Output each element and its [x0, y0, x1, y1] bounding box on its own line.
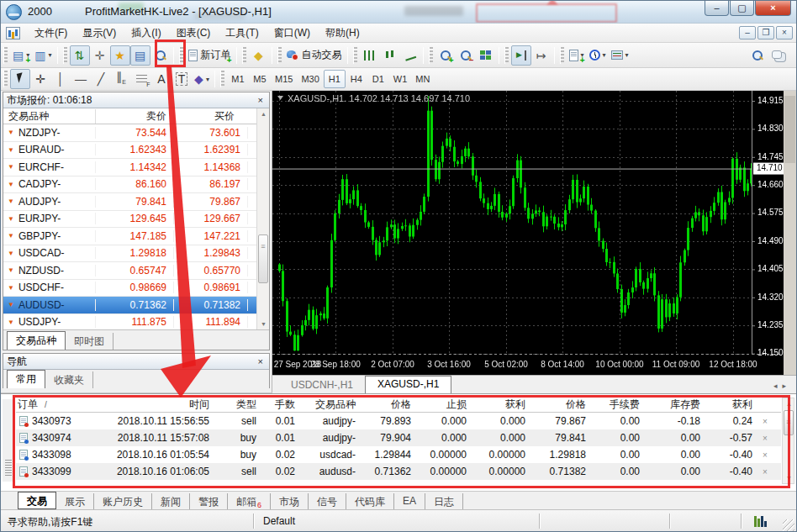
menu-item-文件[interactable]: 文件(F): [27, 24, 75, 43]
templates-dropdown-icon[interactable]: ▾: [625, 51, 629, 59]
toolbar-grip[interactable]: [63, 47, 67, 64]
child-close-button[interactable]: ×: [776, 26, 793, 40]
equidistant-channel-button[interactable]: ∥E: [111, 69, 131, 89]
close-button[interactable]: ×: [755, 1, 791, 16]
search-button[interactable]: [747, 45, 768, 66]
market-watch-scrollbar[interactable]: ▲ ▼: [256, 108, 269, 329]
fibonacci-button[interactable]: [131, 69, 151, 89]
timeframe-W1[interactable]: W1: [389, 70, 412, 88]
indicators-button[interactable]: +▾: [567, 45, 587, 66]
toolbar-grip[interactable]: [220, 71, 224, 87]
order-row[interactable]: 34309732018.10.11 15:56:55sell0.01audjpy…: [16, 413, 781, 429]
timeframe-M30[interactable]: M30: [297, 70, 323, 88]
order-row[interactable]: 34309742018.10.11 15:57:08buy0.01audjpy-…: [16, 429, 781, 446]
column-交易品种[interactable]: 交易品种: [300, 398, 361, 412]
toolbar-grip[interactable]: [277, 47, 282, 64]
market-watch-close-icon[interactable]: ×: [256, 95, 266, 105]
navigator-title-bar[interactable]: 导航 ×: [3, 354, 269, 370]
market-watch-row[interactable]: ▼CADJPY-86.16086.197: [3, 176, 269, 194]
market-watch-row[interactable]: ▼AUDJPY-79.84179.867: [3, 193, 269, 211]
chart-shift-button[interactable]: ↦: [531, 45, 552, 66]
menu-item-窗口[interactable]: 窗口(W): [267, 24, 318, 43]
column-价格[interactable]: 价格: [530, 398, 591, 412]
toolbar-grip[interactable]: [3, 47, 8, 64]
scroll-down-icon[interactable]: ▼: [783, 472, 795, 483]
text-button[interactable]: A: [151, 69, 172, 89]
periods-dropdown-icon[interactable]: ▾: [603, 51, 606, 59]
toolbar-grip[interactable]: [560, 47, 564, 64]
zoom-out-button[interactable]: −: [456, 45, 476, 66]
close-order-icon[interactable]: ×: [757, 450, 773, 460]
market-watch-button[interactable]: ⇅: [70, 45, 90, 66]
column-时间[interactable]: 时间: [97, 398, 214, 412]
new-order-button[interactable]: +新订单: [186, 45, 234, 66]
child-minimize-button[interactable]: –: [739, 26, 756, 40]
toolbar-grip[interactable]: [353, 47, 357, 64]
terminal-scrollbar[interactable]: ▲ ▼: [782, 398, 794, 484]
terminal-tab-代码库[interactable]: 代码库: [346, 493, 394, 509]
timeframe-M15[interactable]: M15: [271, 70, 297, 88]
arrows-dropdown-icon[interactable]: ▾: [206, 76, 209, 83]
market-watch-row[interactable]: ▼NZDUSD-0.657470.65770: [3, 262, 269, 280]
terminal-tab-新闻[interactable]: 新闻: [152, 493, 190, 509]
toolbar-grip[interactable]: [504, 47, 509, 64]
navigator-button[interactable]: ★: [110, 45, 130, 66]
timeframe-D1[interactable]: D1: [367, 70, 389, 88]
data-window-button[interactable]: ✛: [90, 45, 110, 66]
terminal-tab-账户历史[interactable]: 账户历史: [94, 493, 152, 509]
market-watch-row[interactable]: ▼EURJPY-129.645129.667: [3, 211, 269, 229]
order-row[interactable]: 34330982018.10.16 01:05:54buy0.02usdcad-…: [16, 446, 781, 463]
column-ask[interactable]: 买价: [174, 109, 241, 124]
market-watch-row[interactable]: ▼NZDJPY-73.54473.601: [3, 124, 269, 142]
chart-system-menu-icon[interactable]: [6, 27, 20, 40]
price-chart[interactable]: [272, 91, 796, 375]
menu-item-插入[interactable]: 插入(I): [124, 24, 168, 43]
new-chart-button[interactable]: ▤+▾: [10, 45, 32, 66]
arrows-button[interactable]: ◆▾: [192, 69, 212, 89]
terminal-tab-邮箱[interactable]: 邮箱6: [228, 493, 271, 509]
market-watch-row[interactable]: ▼GBPJPY-147.185147.221: [3, 228, 269, 245]
text-label-button[interactable]: T: [172, 69, 192, 89]
toolbar-grip[interactable]: [429, 47, 433, 64]
child-restore-button[interactable]: ❐: [757, 26, 774, 40]
chart-candles-button[interactable]: [380, 45, 400, 66]
terminal-dock-grip[interactable]: [3, 399, 13, 482]
market-watch-row[interactable]: ▼AUDUSD-0.713620.71382: [3, 297, 269, 314]
column-获利[interactable]: 获利: [472, 398, 530, 412]
chart-profiles-dropdown-icon[interactable]: ▾: [48, 51, 51, 59]
column-手数[interactable]: 手数: [261, 398, 300, 412]
market-watch-row[interactable]: ▼USDCAD-1.298181.29843: [3, 245, 269, 263]
close-order-icon[interactable]: ×: [757, 434, 773, 443]
toolbar-grip[interactable]: [242, 47, 246, 64]
periods-button[interactable]: ▾: [587, 45, 609, 66]
timeframe-M5[interactable]: M5: [249, 70, 271, 88]
column-止损[interactable]: 止损: [416, 398, 472, 412]
timeframe-H1[interactable]: H1: [324, 70, 346, 88]
scroll-up-icon[interactable]: ▲: [783, 398, 795, 409]
tab-收藏夹[interactable]: 收藏夹: [45, 371, 93, 388]
navigator-close-icon[interactable]: ×: [256, 356, 266, 366]
menu-item-工具[interactable]: 工具(T): [218, 24, 266, 43]
title-bar[interactable]: 2000 ProfitMarketHK-Live2 - [XAGUSD-,H1]…: [1, 1, 796, 24]
horizontal-line-button[interactable]: —: [71, 69, 91, 89]
status-profile[interactable]: Default: [263, 515, 295, 527]
terminal-tab-警报[interactable]: 警报: [190, 493, 228, 509]
close-order-icon[interactable]: ×: [757, 417, 773, 426]
tab-交易品种[interactable]: 交易品种: [7, 331, 66, 350]
terminal-tab-展示[interactable]: 展示: [56, 493, 94, 509]
chart-tab-XAGUSD-,H1[interactable]: XAGUSD-,H1: [365, 376, 451, 393]
auto-scroll-button[interactable]: [511, 45, 531, 66]
column-手续费[interactable]: 手续费: [591, 398, 645, 412]
chart-bars-button[interactable]: [360, 45, 380, 66]
chart-line-button[interactable]: [400, 45, 420, 66]
timeframe-MN[interactable]: MN: [411, 70, 434, 88]
column-价格[interactable]: 价格: [361, 398, 416, 412]
terminal-tab-市场[interactable]: 市场: [271, 493, 309, 509]
order-row[interactable]: 34330992018.10.16 01:06:05sell0.02audusd…: [16, 463, 781, 480]
terminal-tab-交易[interactable]: 交易: [18, 492, 56, 509]
autotrading-button[interactable]: 自动交易: [284, 45, 345, 66]
menu-item-图表[interactable]: 图表(C): [169, 24, 219, 43]
metaeditor-button[interactable]: ◆: [249, 45, 269, 66]
column-库存费[interactable]: 库存费: [645, 398, 705, 412]
scrollbar-thumb[interactable]: [784, 410, 794, 435]
